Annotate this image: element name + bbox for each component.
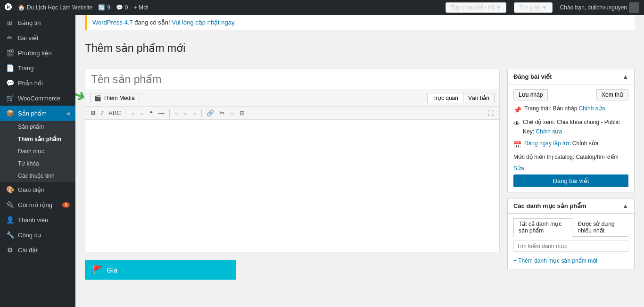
status-info: 📌 Trạng thái: Bản nháp Chỉnh sửa xyxy=(513,104,628,115)
submenu-tu-khoa[interactable]: Từ khóa xyxy=(0,158,75,170)
admin-bar: 🅦 🏠 Du Lịch Học Làm Website 🔄 9 💬 0 + Mớ… xyxy=(0,0,644,15)
submenu-danh-muc[interactable]: Danh mục xyxy=(0,145,75,158)
insert-link-button[interactable]: 🔗 xyxy=(205,108,216,117)
sidebar-item-thanh-vien[interactable]: 👤 Thành viên xyxy=(0,212,75,227)
format-divider-2 xyxy=(169,109,170,117)
unordered-list-button[interactable]: ≡ xyxy=(129,108,137,117)
eye-icon: 👁 xyxy=(513,118,520,129)
publish-meta-box: Đăng bài viết ▲ Lưu nháp Xem thử 📌 Trạng… xyxy=(507,69,635,192)
right-sidebar: Đăng bài viết ▲ Lưu nháp Xem thử 📌 Trạng… xyxy=(507,69,635,298)
publish-button[interactable]: Đăng bài viết xyxy=(513,174,628,187)
display-options-btn[interactable]: Tùy chọn hiển thị ▼ xyxy=(446,2,507,13)
user-greeting[interactable]: Chào bạn, dulichvunguyen xyxy=(560,2,639,13)
wp-logo-icon[interactable]: 🅦 xyxy=(5,3,12,12)
category-toggle-icon[interactable]: ▲ xyxy=(622,202,628,209)
submenu-san-pham[interactable]: Sản phẩm xyxy=(0,121,75,133)
help-btn[interactable]: Trợ giúp ▼ xyxy=(514,2,552,13)
publish-toggle-icon[interactable]: ▲ xyxy=(622,73,628,80)
sidebar-item-woocommerce[interactable]: 🛒 WooCommerce xyxy=(0,91,75,106)
more-button[interactable]: ≡ xyxy=(229,108,236,117)
fullscreen-button[interactable]: ⛶ xyxy=(486,108,495,117)
expand-arrow-icon: ◀ xyxy=(66,111,70,116)
ordered-list-button[interactable]: ≡ xyxy=(138,108,146,117)
catalog-edit-link[interactable]: Sửa xyxy=(513,165,524,172)
editor-toolbar-top: 🎬 Thêm Media Trực quan Văn bản xyxy=(85,90,500,107)
new-content-link[interactable]: + Mới xyxy=(134,4,148,11)
table-button[interactable]: ⊞ xyxy=(238,108,247,117)
home-icon: 🏠 xyxy=(18,4,25,11)
updates-icon: 🔄 xyxy=(98,4,105,11)
sidebar: ⊞ Bảng tin ✏ Bài viết 🎬 Phương tiện 📄 Tr… xyxy=(0,15,75,307)
sidebar-item-giao-dien[interactable]: 🎨 Giao diện xyxy=(0,182,75,197)
editor-body[interactable] xyxy=(85,120,500,252)
users-icon: 👤 xyxy=(6,216,14,224)
calendar-icon: 📅 xyxy=(513,140,521,150)
sidebar-item-cong-cu[interactable]: 🔧 Công cụ xyxy=(0,227,75,242)
pages-icon: 📄 xyxy=(6,64,14,72)
sidebar-item-phuong-tien[interactable]: 🎬 Phương tiện xyxy=(0,45,75,60)
bold-button[interactable]: B xyxy=(89,108,97,117)
sidebar-item-san-pham[interactable]: 📦 Sản phẩm ◀ xyxy=(0,106,75,121)
main-content: WordPress 4.7 đang có sẵn! Vui lòng cập … xyxy=(75,15,644,307)
page-title: Thêm sản phẩm mới xyxy=(85,42,635,55)
editor-content[interactable] xyxy=(85,120,499,252)
visual-tab[interactable]: Trực quan xyxy=(427,93,463,103)
media-icon: 🎬 xyxy=(6,49,14,57)
products-submenu: Sản phẩm Thêm sản phẩm Danh mục Từ khóa … xyxy=(0,121,75,182)
align-center-button[interactable]: ≡ xyxy=(182,108,190,117)
sidebar-item-trang[interactable]: 📄 Trang xyxy=(0,60,75,75)
status-edit-link[interactable]: Chỉnh sửa xyxy=(579,105,605,112)
strikethrough-button[interactable]: ABC xyxy=(107,108,123,117)
horizontal-rule-button[interactable]: — xyxy=(157,108,166,117)
sidebar-item-cai-dat[interactable]: ⚙ Cài đặt xyxy=(0,242,75,257)
visibility-info: 👁 Chế độ xem: Chia khóa chung - Public K… xyxy=(513,118,628,136)
category-meta-box: Các danh mục sản phẩm ▲ Tất cả danh mục … xyxy=(507,198,635,269)
site-link[interactable]: 🏠 Du Lịch Học Làm Website xyxy=(18,4,92,11)
sidebar-item-bai-viet[interactable]: ✏ Bài viết xyxy=(0,30,75,45)
blockquote-button[interactable]: ❝ xyxy=(148,108,155,117)
save-draft-button[interactable]: Lưu nháp xyxy=(513,89,548,100)
visibility-edit-link[interactable]: Chỉnh sửa xyxy=(536,128,562,135)
category-tabs: Tất cả danh mục sản phẩm Được sử dụng nh… xyxy=(513,218,628,237)
pushpin-icon: 📌 xyxy=(513,105,521,115)
align-left-button[interactable]: ≡ xyxy=(173,108,180,117)
update-now-link[interactable]: Vui lòng cập nhật ngay xyxy=(172,19,234,26)
publish-immediately-link[interactable]: Đăng ngay lập tức xyxy=(524,140,570,147)
settings-icon: ⚙ xyxy=(6,246,14,254)
align-right-button[interactable]: ≡ xyxy=(191,108,198,117)
product-title-input[interactable] xyxy=(85,69,500,90)
most-used-tab[interactable]: Được sử dụng nhiều nhất xyxy=(572,218,628,236)
price-flag-icon: 🚩 xyxy=(92,265,103,275)
remove-link-button[interactable]: ✂ xyxy=(218,108,227,117)
plugins-icon: 🔌 xyxy=(6,201,14,208)
format-toolbar: B I ABC ≡ ≡ ❝ — ≡ ≡ ≡ 🔗 ✂ ≡ ⊞ xyxy=(85,107,500,120)
add-category-link[interactable]: + Thêm danh mục sản phẩm mới xyxy=(513,257,628,264)
posts-icon: ✏ xyxy=(6,34,14,41)
publish-box-header: Đăng bài viết ▲ xyxy=(508,69,634,84)
category-search-input[interactable] xyxy=(513,241,628,252)
add-media-button[interactable]: 🎬 Thêm Media xyxy=(90,93,139,103)
main-layout: ⊞ Bảng tin ✏ Bài viết 🎬 Phương tiện 📄 Tr… xyxy=(0,15,644,307)
comments-icon: 💬 xyxy=(116,4,123,11)
italic-button[interactable]: I xyxy=(99,108,105,117)
submenu-them-san-pham[interactable]: Thêm sản phẩm xyxy=(0,133,75,145)
appearance-icon: 🎨 xyxy=(6,186,14,193)
products-icon: 📦 xyxy=(6,109,14,117)
catalog-info: Mức độ hiển thị catalog: Catalog/tìm kiế… xyxy=(513,153,628,162)
wp-update-link[interactable]: WordPress 4.7 xyxy=(92,19,133,26)
woo-icon: 🛒 xyxy=(6,94,14,102)
editor-container: 🎬 Thêm Media Trực quan Văn bản B I ABC ≡ xyxy=(85,69,500,298)
add-media-icon: 🎬 xyxy=(94,95,101,101)
all-categories-tab[interactable]: Tất cả danh mục sản phẩm xyxy=(513,218,572,237)
submenu-cac-thuoc-tinh[interactable]: Các thuộc tính xyxy=(0,170,75,182)
publish-box-body: Lưu nháp Xem thử 📌 Trạng thái: Bản nháp … xyxy=(508,84,634,192)
comments-link[interactable]: 💬 0 xyxy=(116,4,128,11)
updates-link[interactable]: 🔄 9 xyxy=(98,4,110,11)
price-section[interactable]: 🚩 Giá xyxy=(85,260,236,280)
sidebar-item-phan-hoi[interactable]: 💬 Phản hồi xyxy=(0,75,75,91)
format-divider-3 xyxy=(201,109,202,117)
sidebar-item-goi-mo-rong[interactable]: 🔌 Gói mở rộng 6 xyxy=(0,197,75,212)
sidebar-item-bang-tin[interactable]: ⊞ Bảng tin xyxy=(0,15,75,30)
text-tab[interactable]: Văn bản xyxy=(463,93,495,103)
preview-button[interactable]: Xem thử xyxy=(596,89,628,100)
